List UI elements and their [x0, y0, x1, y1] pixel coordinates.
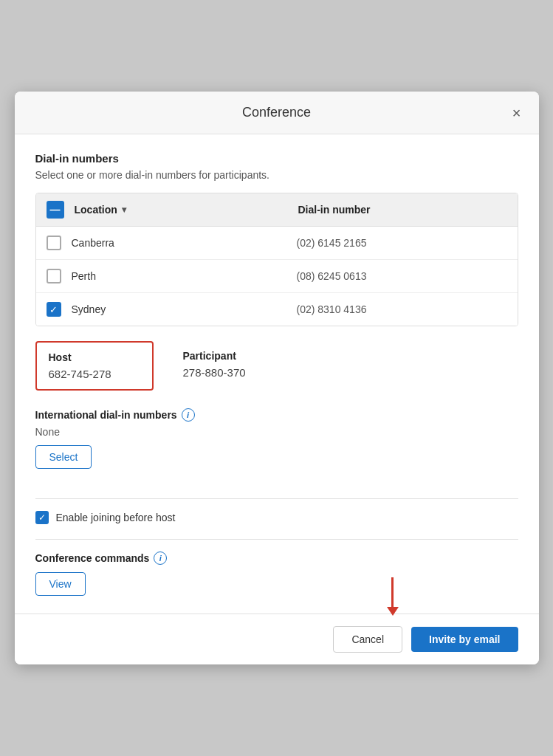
canberra-dial-number: (02) 6145 2165 — [282, 237, 507, 249]
dial-in-title: Dial-in numbers — [35, 152, 518, 165]
arrow-line — [391, 577, 394, 607]
location-table: — Location ▾ Dial-in number Canberra (02… — [35, 193, 518, 326]
sydney-location: Sydney — [61, 303, 282, 315]
divider — [35, 498, 518, 499]
select-button[interactable]: Select — [35, 445, 92, 469]
select-all-checkbox[interactable]: — — [47, 201, 64, 219]
table-row: Canberra (02) 6145 2165 — [36, 227, 518, 260]
dial-in-column-header: Dial-in number — [284, 204, 507, 216]
international-none-text: None — [35, 426, 518, 438]
dial-in-subtitle: Select one or more dial-in numbers for p… — [35, 169, 518, 181]
close-button[interactable]: × — [509, 103, 524, 123]
info-icon[interactable]: i — [182, 408, 195, 422]
table-row: Perth (08) 6245 0613 — [36, 260, 518, 293]
perth-checkbox[interactable] — [47, 269, 61, 284]
pin-section: Host 682-745-278 Participant 278-880-370 — [35, 341, 518, 391]
perth-dial-number: (08) 6245 0613 — [282, 270, 507, 282]
minus-icon: — — [50, 205, 61, 215]
modal-title: Conference — [242, 105, 311, 120]
international-title: International dial-in numbers i — [35, 408, 518, 422]
participant-pin-label: Participant — [183, 350, 246, 362]
enable-join-row: Enable joining before host — [35, 511, 518, 524]
conference-modal: Conference × Dial-in numbers Select one … — [15, 92, 539, 664]
modal-body: Dial-in numbers Select one or more dial-… — [15, 134, 539, 596]
divider-2 — [35, 539, 518, 540]
perth-location: Perth — [61, 270, 282, 282]
enable-join-checkbox[interactable] — [35, 511, 49, 524]
canberra-checkbox[interactable] — [47, 236, 61, 250]
sydney-dial-number: (02) 8310 4136 — [282, 303, 507, 315]
host-pin-box: Host 682-745-278 — [35, 341, 154, 391]
participant-pin-value: 278-880-370 — [183, 366, 246, 379]
arrow-head — [387, 607, 399, 616]
modal-footer: Cancel Invite by email — [15, 614, 539, 664]
enable-join-label: Enable joining before host — [56, 512, 176, 523]
view-button[interactable]: View — [35, 572, 86, 596]
participant-pin-box: Participant 278-880-370 — [183, 341, 246, 391]
commands-info-icon[interactable]: i — [154, 551, 167, 565]
conference-commands-section: Conference commands i View — [35, 551, 518, 596]
modal-header: Conference × — [15, 92, 539, 134]
cancel-button[interactable]: Cancel — [333, 626, 402, 653]
host-pin-value: 682-745-278 — [49, 368, 140, 380]
chevron-down-icon: ▾ — [122, 205, 126, 215]
international-section: International dial-in numbers i None Sel… — [35, 408, 518, 484]
invite-by-email-button[interactable]: Invite by email — [411, 627, 518, 652]
canberra-location: Canberra — [61, 237, 282, 249]
table-row: Sydney (02) 8310 4136 — [36, 293, 518, 326]
location-column-header: Location ▾ — [64, 204, 284, 216]
commands-title: Conference commands i — [35, 551, 518, 565]
sydney-checkbox[interactable] — [47, 302, 61, 317]
arrow-indicator — [387, 577, 399, 616]
host-pin-label: Host — [49, 351, 140, 363]
table-header-row: — Location ▾ Dial-in number — [36, 193, 518, 227]
